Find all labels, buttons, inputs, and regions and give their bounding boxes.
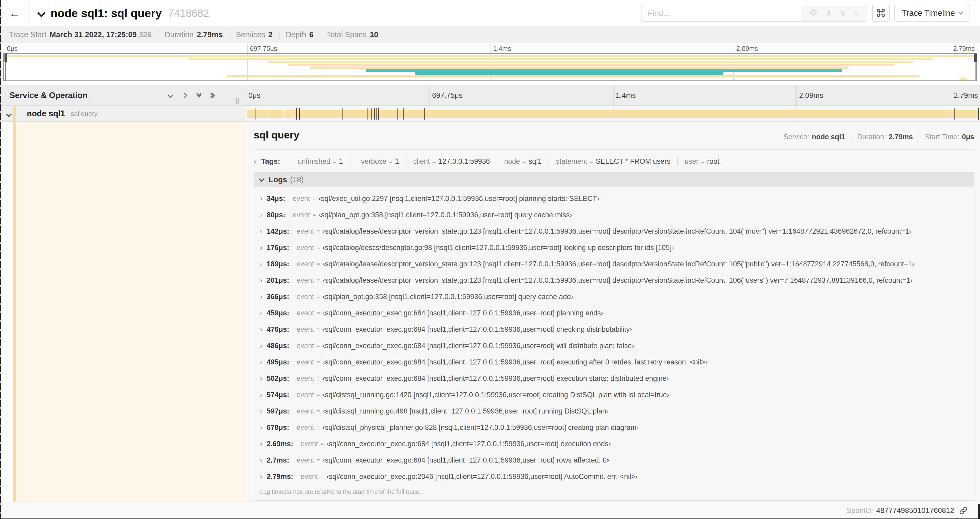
log-row[interactable]: ›574μs:event=‹sql/distsql_running.go:142… [260,386,974,403]
log-row[interactable]: ›176μs:event=‹sql/catalog/descs/descript… [260,240,974,256]
span-collapse-chevron-icon[interactable] [6,112,11,117]
back-arrow-icon[interactable]: ← [5,4,25,23]
collapse-one-icon[interactable] [169,94,172,97]
right-scrollbar-thumb[interactable] [978,504,980,519]
log-row[interactable]: ›366μs:event=‹sql/plan_opt.go:358 [nsql1… [260,289,974,305]
log-row[interactable]: ›495μs:event=‹sql/conn_executor_exec.go:… [260,354,974,370]
span-row-name-cell[interactable]: node sql1 sql query [0,106,246,122]
trace-start-value: March 31 2022, 17:25:09.326 [49,30,151,39]
span-detail-title: sql query [254,129,299,141]
log-field-value: ‹sql/conn_executor_exec.go:2046 [nsql1,c… [326,473,638,481]
log-marker-tick[interactable] [952,108,952,120]
minimap-ruler: 0μs697.75μs1.4ms2.09ms2.79ms [4,44,977,53]
log-marker-tick[interactable] [371,108,372,120]
right-scrubber-handle[interactable] [974,54,977,62]
left-scrubber-handle[interactable] [5,54,7,62]
focus-target-icon[interactable] [810,8,818,18]
duration-label: Duration: [857,133,886,141]
log-marker-tick[interactable] [374,108,375,120]
expand-one-icon[interactable] [183,94,186,97]
span-detail-panel: sql query Service: node sql1 Duration: 2… [246,122,980,501]
chevron-right-icon: › [260,243,262,252]
log-marker-tick[interactable] [425,108,425,120]
ruler-tick-label: 1.4ms [616,91,636,100]
ruler-tick-label: 697.75μs [250,45,277,53]
log-marker-tick[interactable] [268,108,268,120]
span-duration-bar[interactable] [247,110,979,118]
log-timestamp: 495μs: [267,358,289,366]
log-marker-tick[interactable] [403,108,404,120]
log-row[interactable]: ›678μs:event=‹sql/distsql_physical_plann… [260,419,974,436]
log-row[interactable]: ›502μs:event=‹sql/conn_executor_exec.go:… [260,370,974,386]
log-marker-tick[interactable] [256,108,256,120]
chevron-right-icon: › [260,276,262,284]
log-row[interactable]: ›597μs:event=‹sql/distsql_running.go:498… [260,403,974,419]
log-field-value: ‹sql/conn_executor_exec.go:684 [nsql1,cl… [323,309,603,317]
log-row[interactable]: ›80μs:event=‹sql/plan_opt.go:358 [nsql1,… [260,207,974,223]
logs-accordion: Logs (18) ›34μs:event=‹sql/exec_util.go:… [254,172,974,501]
column-resize-grip[interactable] [236,97,239,104]
chevron-right-icon: › [260,292,262,301]
log-field-key: event [297,342,314,350]
log-marker-tick[interactable] [397,108,398,120]
clear-find-icon[interactable]: × [854,9,859,18]
log-row[interactable]: ›2.69ms:event=‹sql/conn_executor_exec.go… [260,436,974,452]
log-marker-tick[interactable] [293,108,293,120]
left-scrollbar-edge[interactable] [0,0,1,519]
log-row[interactable]: ›189μs:event=‹sql/catalog/lease/descript… [260,256,974,272]
minimap-span [366,69,842,72]
find-input[interactable] [641,5,802,22]
logs-header[interactable]: Logs (18) [254,172,974,187]
log-row[interactable]: ›476μs:event=‹sql/conn_executor_exec.go:… [260,321,974,338]
chevron-right-icon: › [260,456,262,465]
chevron-right-icon: › [260,374,262,383]
log-field-key: event [297,260,314,268]
log-marker-tick[interactable] [978,108,979,120]
span-row-timeline-cell[interactable] [246,106,980,122]
timeline-ruler: 0μs697.75μs1.4ms2.09ms2.79ms [246,85,980,105]
log-marker-tick[interactable] [377,108,377,120]
log-row[interactable]: ›486μs:event=‹sql/conn_executor_exec.go:… [260,338,974,354]
log-row[interactable]: ›34μs:event=‹sql/exec_util.go:2297 [nsql… [260,190,974,207]
log-timestamp: 2.79ms: [267,473,293,481]
ruler-tick-label: 2.79ms [953,45,975,53]
tags-accordion[interactable]: › Tags: _unfinished=1_verbose=1client=12… [254,154,974,169]
tag-item: node=sql1 [497,157,549,166]
trace-collapse-chevron-icon[interactable] [37,9,45,17]
log-field-value: ‹sql/conn_executor_exec.go:684 [nsql1,cl… [323,326,632,334]
log-timestamp: 80μs: [267,211,285,219]
trace-view-selector[interactable]: Trace Timeline [894,5,969,22]
log-field-value: ‹sql/distsql_running.go:498 [nsql1,clien… [323,407,609,415]
chevron-right-icon: › [260,407,262,415]
tags-label: Tags: [261,157,280,166]
expand-all-icon[interactable] [211,94,215,97]
ruler-gridline [734,44,734,53]
trace-id: 7418682 [168,7,209,19]
log-field-key: event [297,358,314,366]
log-row[interactable]: ›2.7ms:event=‹sql/conn_executor_exec.go:… [260,452,974,468]
log-marker-tick[interactable] [955,108,955,120]
log-row[interactable]: ›459μs:event=‹sql/conn_executor_exec.go:… [260,305,974,321]
prev-match-icon[interactable]: ∧ [826,9,832,18]
minimap-canvas[interactable] [3,53,977,81]
log-marker-tick[interactable] [284,108,284,120]
log-marker-tick[interactable] [367,108,368,120]
trace-view-selector-label: Trace Timeline [902,8,955,18]
collapse-all-icon[interactable] [197,94,201,97]
log-marker-tick[interactable] [378,108,379,120]
deep-link-icon[interactable] [959,506,968,515]
log-timestamp: 502μs: [267,374,289,383]
log-marker-tick[interactable] [342,108,343,120]
keyboard-shortcuts-button[interactable]: ⌘ [872,5,889,22]
log-field-value: ‹sql/conn_executor_exec.go:684 [nsql1,cl… [323,358,708,366]
log-timestamp: 201μs: [267,276,289,284]
log-row[interactable]: ›201μs:event=‹sql/catalog/lease/descript… [260,272,974,289]
log-marker-tick[interactable] [299,108,300,120]
log-field-key: event [297,276,314,284]
service-label: Service: [783,133,809,141]
log-row[interactable]: ›2.79ms:event=‹sql/conn_executor_exec.go… [260,468,974,485]
log-marker-tick[interactable] [296,108,297,120]
log-row[interactable]: ›142μs:event=‹sql/catalog/lease/descript… [260,223,974,240]
log-field-value: ‹sql/catalog/lease/descriptor_version_st… [323,260,915,268]
next-match-icon[interactable]: ∨ [840,9,846,18]
